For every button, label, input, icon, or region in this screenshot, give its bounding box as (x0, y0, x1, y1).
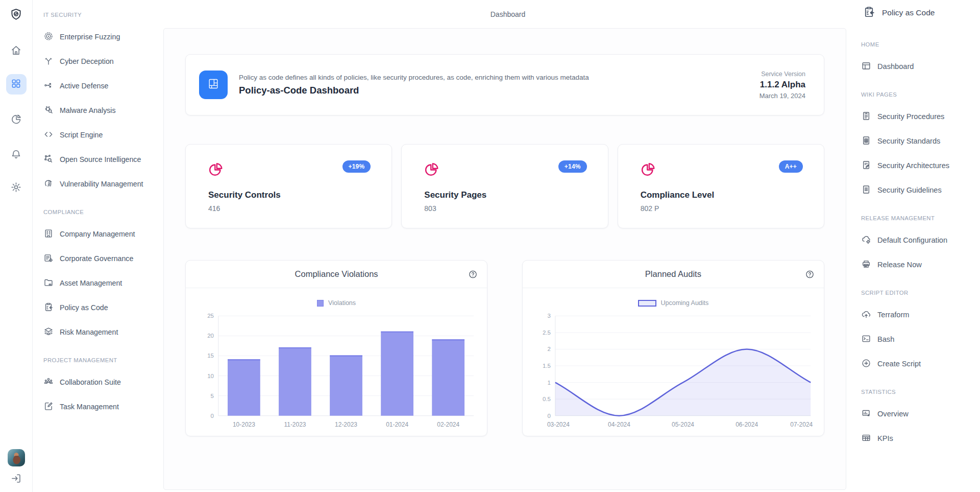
rightnav-item-security-guidelines[interactable]: Security Guidelines (861, 178, 976, 202)
stat-card-compliance-level: A++Compliance Level802 P (618, 144, 824, 228)
rightnav-item-bash[interactable]: Bash (861, 327, 976, 352)
sidebar-item-cyber-deception[interactable]: Cyber Deception (43, 49, 157, 74)
sidebar-section-header: IT SECURITY (43, 9, 157, 20)
sidebar-item-active-defense[interactable]: Active Defense (43, 74, 157, 98)
edit-square-icon (43, 401, 54, 413)
sidebar-item-risk-management[interactable]: Risk Management (43, 320, 157, 344)
building-icon (43, 228, 54, 240)
rightnav-section-header: RELEASE MANAGEMENT (861, 213, 976, 224)
svg-text:20: 20 (207, 333, 214, 339)
user-avatar[interactable] (8, 449, 25, 466)
rightnav-item-create-script[interactable]: Create Script (861, 352, 976, 376)
sidebar-item-open-source-intelligence[interactable]: Open Source Intelligence (43, 147, 157, 172)
rail-logout[interactable] (10, 473, 22, 486)
sidebar-section-header: COMPLIANCE (43, 206, 157, 218)
svg-text:02-2024: 02-2024 (437, 421, 459, 428)
sidebar-item-policy-as-code[interactable]: Policy as Code (43, 295, 157, 320)
network-search-icon (43, 154, 54, 166)
rightnav-item-default-configuration[interactable]: Default Configuration (861, 228, 976, 252)
stat-badge: +14% (558, 160, 587, 173)
sidebar-section-header: PROJECT MANAGEMENT (43, 355, 157, 366)
svg-text:1.5: 1.5 (543, 363, 551, 369)
folder-icon (43, 277, 54, 289)
table-icon (861, 433, 871, 444)
home-icon (10, 44, 22, 58)
chart-star-icon (861, 408, 871, 420)
pie-chart-icon (10, 113, 22, 127)
stat-title: Compliance Level (641, 190, 803, 200)
legend-label: Violations (328, 299, 356, 307)
legend-swatch (638, 300, 656, 307)
bar-chart: 051015202510-202311-202312-202301-202402… (196, 310, 477, 431)
help-icon[interactable] (468, 269, 478, 279)
svg-text:2.5: 2.5 (543, 330, 551, 336)
stat-card-security-controls: +19%Security Controls416 (185, 144, 392, 228)
rightnav-item-kpis[interactable]: KPIs (861, 426, 976, 451)
stat-title: Security Pages (424, 190, 587, 200)
plus-circle-icon (861, 358, 871, 370)
pie-pink-icon (208, 170, 224, 179)
compliance-violations-chart-card: Compliance Violations Violations 0510152… (185, 260, 487, 436)
stat-badge: +19% (342, 160, 371, 173)
rail-settings[interactable] (10, 181, 22, 195)
sidebar-item-asset-management[interactable]: Asset Management (43, 271, 157, 295)
sidebar-item-corporate-governance[interactable]: Corporate Governance (43, 246, 157, 271)
chart-body: Violations 051015202510-202311-202312-20… (186, 288, 487, 431)
right-sidebar-header: Policy as Code (861, 6, 976, 19)
stat-cards-row: +19%Security Controls416+14%Security Pag… (185, 144, 824, 228)
sidebar-item-collaboration-suite[interactable]: Collaboration Suite (43, 370, 157, 394)
sidebar-item-malware-analysis[interactable]: Malware Analysis (43, 98, 157, 123)
rightnav-item-security-procedures[interactable]: Security Procedures (861, 104, 976, 129)
rail-logo[interactable] (9, 8, 23, 24)
rightnav-item-security-standards[interactable]: Security Standards (861, 129, 976, 153)
svg-text:11-2023: 11-2023 (284, 421, 306, 428)
rail-home[interactable] (10, 44, 22, 58)
svg-text:5: 5 (211, 393, 214, 399)
logout-icon (10, 473, 22, 486)
doc-grid-icon (861, 135, 871, 147)
service-version-number: 1.1.2 Alpha (760, 80, 805, 90)
printer-icon (861, 259, 871, 271)
bell-icon (10, 149, 22, 162)
right-sidebar: Policy as Code HOMEDashboardWIKI PAGESSe… (853, 0, 980, 492)
icon-rail (0, 0, 33, 492)
service-version-label: Service Version (760, 71, 805, 78)
shield-logo-icon (9, 8, 23, 24)
app-root: IT SECURITYEnterprise FuzzingCyber Decep… (0, 0, 980, 492)
stat-value: 803 (424, 204, 587, 213)
rail-notifications[interactable] (10, 149, 22, 162)
dashboard-panel: Policy as code defines all kinds of poli… (163, 28, 846, 490)
sidebar-item-enterprise-fuzzing[interactable]: Enterprise Fuzzing (43, 25, 157, 49)
intro-card: Policy as code defines all kinds of poli… (185, 54, 824, 115)
svg-text:10-2023: 10-2023 (233, 421, 255, 428)
chart-body: Upcoming Audits 00.511.522.5303-202404-2… (523, 288, 824, 431)
sidebar-item-task-management[interactable]: Task Management (43, 394, 157, 419)
page-title: Dashboard (491, 10, 526, 18)
rail-analytics[interactable] (10, 113, 22, 127)
svg-text:12-2023: 12-2023 (335, 421, 357, 428)
svg-text:0.5: 0.5 (543, 396, 551, 402)
layers-eye-icon (43, 326, 54, 338)
sidebar-item-company-management[interactable]: Company Management (43, 222, 157, 246)
pie-pink-icon (424, 170, 439, 179)
sidebar-item-vulnerability-management[interactable]: Vulnerability Management (43, 172, 157, 196)
svg-text:3: 3 (547, 313, 550, 319)
intro-text: Policy as code defines all kinds of poli… (239, 74, 760, 96)
svg-text:05-2024: 05-2024 (672, 421, 694, 428)
rightnav-item-dashboard[interactable]: Dashboard (861, 54, 976, 79)
chart-title: Compliance Violations (295, 269, 378, 279)
help-icon[interactable] (805, 269, 815, 279)
svg-text:06-2024: 06-2024 (736, 421, 758, 428)
charts-row: Compliance Violations Violations 0510152… (185, 260, 824, 436)
right-sidebar-title: Policy as Code (882, 8, 935, 17)
doc-lines-icon (861, 111, 871, 123)
rightnav-item-overview[interactable]: Overview (861, 402, 976, 426)
svg-text:1: 1 (547, 380, 550, 386)
rightnav-item-release-now[interactable]: Release Now (861, 252, 976, 277)
stat-value: 802 P (641, 204, 803, 213)
sidebar-item-script-engine[interactable]: Script Engine (43, 123, 157, 147)
rightnav-item-security-architectures[interactable]: Security Architectures (861, 153, 976, 178)
rail-dashboard[interactable] (6, 74, 27, 95)
rightnav-item-terraform[interactable]: Terraform (861, 302, 976, 327)
svg-text:04-2024: 04-2024 (608, 421, 630, 428)
